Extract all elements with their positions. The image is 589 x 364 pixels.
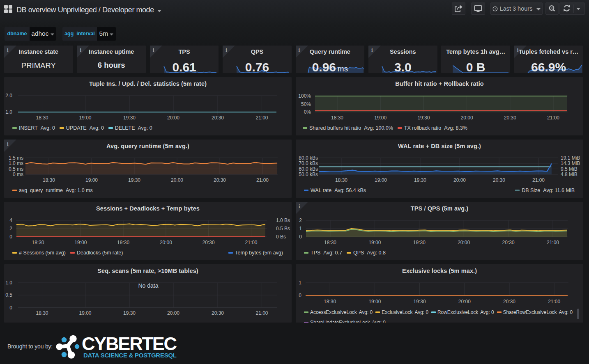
svg-text:20:30: 20:30 [504, 115, 516, 121]
svg-text:21:00: 21:00 [548, 299, 560, 304]
svg-text:20:30: 20:30 [212, 310, 224, 316]
svg-text:19:30: 19:30 [123, 310, 136, 316]
svg-text:19:30: 19:30 [414, 177, 426, 183]
svg-text:19:00: 19:00 [85, 177, 98, 183]
svg-text:18:30: 18:30 [335, 177, 347, 183]
svg-text:19:30: 19:30 [417, 115, 430, 121]
svg-text:18:30: 18:30 [324, 240, 336, 245]
svg-text:No data: No data [138, 282, 158, 289]
svg-text:19:30: 19:30 [123, 115, 136, 121]
svg-text:50%: 50% [301, 101, 311, 107]
svg-text:0: 0 [9, 305, 12, 311]
svg-text:9.5 MiB: 9.5 MiB [561, 166, 577, 172]
svg-text:20:00: 20:00 [458, 299, 471, 304]
svg-text:4.8 MiB: 4.8 MiB [561, 172, 577, 177]
svg-text:20:00: 20:00 [167, 310, 179, 316]
svg-text:20:00: 20:00 [160, 240, 172, 245]
svg-text:DATA SCIENCE & POSTGRESQL: DATA SCIENCE & POSTGRESQL [83, 352, 177, 359]
svg-text:18:30: 18:30 [32, 240, 44, 245]
svg-text:20:30: 20:30 [493, 177, 505, 183]
svg-text:0.5 Bs: 0.5 Bs [276, 226, 290, 231]
svg-text:0: 0 [9, 234, 12, 240]
svg-text:18:30: 18:30 [43, 177, 55, 183]
svg-text:0 ms: 0 ms [13, 172, 23, 177]
svg-text:19:30: 19:30 [117, 240, 129, 245]
svg-text:21:00: 21:00 [255, 115, 268, 121]
svg-text:20:30: 20:30 [212, 115, 224, 121]
svg-text:1.5 ms: 1.5 ms [9, 155, 23, 161]
svg-text:0: 0 [299, 293, 301, 298]
svg-text:60.0 kBs: 60.0 kBs [299, 166, 318, 172]
svg-text:0.5 ms: 0.5 ms [9, 166, 23, 172]
svg-text:21:00: 21:00 [255, 310, 268, 316]
svg-text:21:00: 21:00 [547, 115, 559, 121]
svg-text:18:30: 18:30 [36, 310, 48, 316]
svg-text:19:30: 19:30 [414, 299, 426, 304]
svg-text:21:00: 21:00 [245, 240, 257, 245]
svg-text:4: 4 [9, 217, 12, 223]
svg-text:18:30: 18:30 [324, 299, 336, 304]
svg-text:80.0 kBs: 80.0 kBs [299, 155, 318, 161]
svg-text:18:30: 18:30 [331, 115, 343, 121]
svg-text:1: 1 [299, 226, 302, 231]
svg-text:19:00: 19:00 [368, 240, 381, 245]
svg-text:CYBERTEC: CYBERTEC [82, 334, 177, 354]
svg-text:0%: 0% [304, 109, 311, 115]
svg-text:19:00: 19:00 [74, 240, 87, 245]
svg-text:1.0: 1.0 [5, 109, 12, 115]
svg-text:2.0: 2.0 [5, 93, 12, 98]
svg-text:2: 2 [299, 217, 302, 223]
svg-text:0.5: 0.5 [5, 292, 12, 298]
svg-text:1.0 Bs: 1.0 Bs [276, 217, 290, 223]
svg-text:2: 2 [9, 226, 12, 231]
svg-text:50.0 kBs: 50.0 kBs [299, 172, 318, 177]
svg-text:19:30: 19:30 [128, 177, 140, 183]
svg-text:100%: 100% [298, 93, 311, 99]
svg-text:19:00: 19:00 [79, 310, 91, 316]
svg-text:0 Bs: 0 Bs [276, 234, 286, 240]
svg-text:20:00: 20:00 [167, 115, 179, 121]
svg-text:19:00: 19:00 [375, 177, 387, 183]
svg-text:1.0 ms: 1.0 ms [9, 160, 23, 166]
svg-text:19:00: 19:00 [374, 115, 387, 121]
svg-text:20:30: 20:30 [202, 240, 215, 245]
svg-text:20:00: 20:00 [461, 115, 473, 121]
svg-text:21:00: 21:00 [532, 177, 545, 183]
svg-text:19:00: 19:00 [368, 299, 381, 304]
svg-text:0: 0 [299, 234, 302, 240]
svg-text:21:00: 21:00 [256, 177, 269, 183]
svg-text:21:00: 21:00 [547, 240, 559, 245]
svg-text:70.0 kBs: 70.0 kBs [299, 160, 318, 166]
svg-text:1.0: 1.0 [5, 280, 12, 286]
svg-text:19:00: 19:00 [79, 115, 91, 121]
svg-text:14.3 MiB: 14.3 MiB [561, 160, 580, 166]
svg-text:19.1 MiB: 19.1 MiB [561, 155, 580, 161]
svg-text:18:30: 18:30 [36, 115, 48, 121]
svg-text:19:30: 19:30 [413, 240, 426, 245]
svg-text:20:00: 20:00 [458, 240, 470, 245]
svg-text:20:30: 20:30 [214, 177, 226, 183]
svg-text:20:30: 20:30 [503, 299, 515, 304]
svg-text:1: 1 [299, 280, 301, 286]
svg-text:20:00: 20:00 [453, 177, 466, 183]
svg-text:20:00: 20:00 [171, 177, 183, 183]
svg-text:20:30: 20:30 [502, 240, 515, 245]
